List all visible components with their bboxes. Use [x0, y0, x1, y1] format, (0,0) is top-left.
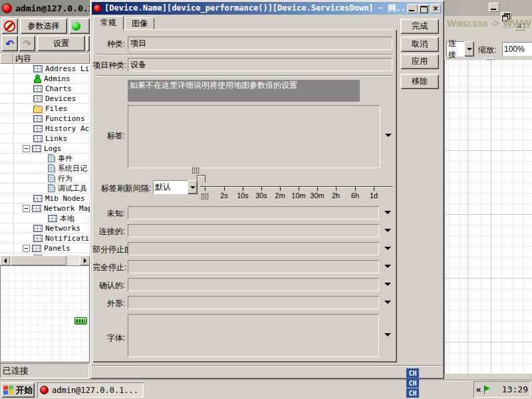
full-down-label: 完全停止: [92, 262, 125, 273]
tree-item-mib-nodes[interactable]: Mib Nodes [0, 194, 90, 203]
table-icon [32, 145, 41, 152]
chevron-down-icon[interactable] [384, 247, 391, 250]
dialog-titlebar[interactable]: [Device.Name][device_performance()][Devi… [92, 2, 442, 15]
refresh-slider-track[interactable] [200, 186, 393, 187]
remove-button[interactable]: 移除 [400, 74, 439, 89]
unknown-field[interactable] [128, 206, 379, 219]
chevron-down-icon[interactable] [384, 333, 391, 336]
param-select-button[interactable]: 参数选择 [20, 18, 67, 34]
cancel-button[interactable]: 取消 [400, 37, 439, 52]
label-field[interactable] [128, 105, 380, 168]
redo-button[interactable]: ↷ [19, 35, 35, 51]
tree-item-notifications[interactable]: Notificatio [0, 233, 90, 243]
tree-item-events[interactable]: 事件 [0, 154, 90, 164]
table-icon [33, 195, 43, 202]
tree-item-panels[interactable]: Panels [0, 243, 90, 253]
scroll-right-icon[interactable] [80, 255, 90, 265]
tree-item-logs[interactable]: Logs [0, 144, 90, 154]
close-icon[interactable]: × [430, 4, 441, 13]
ime-indicator[interactable]: CH [406, 378, 419, 388]
tree-item-links[interactable]: Links [0, 134, 90, 144]
tree-item-charts[interactable]: Charts [0, 84, 90, 94]
tab-image[interactable]: 图像 [125, 17, 154, 30]
main-window-title: admin@127.0.0.1 [15, 3, 93, 13]
no-entry-icon [4, 21, 15, 32]
ime-indicator[interactable]: CH [406, 388, 419, 398]
item-properties-dialog: [Device.Name][device_performance()][Devi… [90, 0, 444, 379]
table-icon [33, 95, 43, 102]
statusbar: 已连接 [0, 363, 89, 378]
disconnect-button[interactable] [1, 18, 18, 34]
tree-item-behavior[interactable]: 行为 [0, 174, 90, 184]
shape-field[interactable] [128, 296, 379, 309]
dialog-icon [93, 4, 102, 13]
tree-item-debug[interactable]: 调试工具 [0, 184, 90, 194]
partial-down-field[interactable] [128, 242, 379, 255]
zoom-label: 缩放: [478, 45, 496, 56]
minimize-icon[interactable] [407, 4, 418, 13]
redo-icon: ↷ [23, 39, 31, 49]
chevron-down-icon[interactable] [384, 265, 391, 268]
chevron-down-icon[interactable] [384, 283, 391, 286]
scrollbar-thumb[interactable] [11, 255, 66, 265]
tab-general[interactable]: 常规 [93, 16, 124, 30]
chevron-down-icon[interactable] [384, 211, 391, 214]
tree-item-syslog[interactable]: 系统日记 [0, 164, 90, 174]
slider-tick: 1d [360, 192, 387, 200]
minimize-icon[interactable] [489, 3, 499, 12]
chevron-down-icon[interactable] [384, 229, 391, 232]
acked-field[interactable] [128, 278, 379, 291]
full-down-field[interactable] [128, 260, 379, 273]
minimap-panel[interactable] [0, 265, 90, 362]
zoom-input[interactable]: 100% [502, 42, 532, 56]
chevron-down-icon[interactable] [385, 134, 392, 137]
tab-page-general: 种类: 项目 项目种类: 设备 如果不在这里详细说明将使用地图参数值的设置 标签… [92, 29, 397, 362]
connected-field[interactable] [128, 224, 379, 237]
tree-item-networks[interactable]: Networks [0, 223, 90, 233]
tree-item-local[interactable]: 本地 [0, 213, 90, 223]
device-icon[interactable] [74, 317, 87, 325]
undo-button[interactable]: ↶ [1, 35, 18, 51]
tree-item-history[interactable]: History Act [0, 124, 90, 134]
tree-item-admins[interactable]: Admins [0, 74, 90, 84]
tree-hscrollbar[interactable] [0, 255, 90, 265]
collapse-icon[interactable] [23, 145, 30, 152]
shape-label: 外形: [92, 298, 125, 309]
task-button-admin[interactable]: admin@127.0.0.1... [37, 382, 144, 398]
connect-combobox[interactable]: 连接 [446, 41, 474, 57]
tray-chevron-icon[interactable]: « [476, 384, 481, 394]
map-grid-area[interactable] [444, 60, 532, 374]
tree-item-functions[interactable]: Functions [0, 114, 90, 124]
item-kind-label: 项目种类: [92, 60, 125, 71]
font-label: 字体: [92, 332, 125, 344]
divider [96, 75, 393, 76]
chevron-down-icon[interactable] [464, 41, 474, 57]
done-button[interactable]: 完成 [400, 19, 439, 34]
start-button[interactable]: 开始 [1, 382, 35, 398]
collapse-icon[interactable] [23, 245, 30, 252]
status-button[interactable] [69, 18, 90, 34]
tree-item-files[interactable]: Files [0, 104, 90, 114]
collapse-icon[interactable] [23, 205, 30, 212]
tree-item-network-map[interactable]: Network Map [0, 203, 90, 213]
unknown-label: 未知: [92, 208, 125, 219]
zoom-value: 100% [504, 45, 525, 54]
chevron-down-icon[interactable] [384, 301, 391, 304]
dialog-title: [Device.Name][device_performance()][Devi… [104, 3, 407, 14]
map-window-link[interactable]: WWW [503, 17, 531, 29]
refresh-slider-thumb[interactable] [197, 175, 205, 186]
scroll-left-icon[interactable] [0, 255, 10, 265]
refresh-interval-value: 默认 [153, 182, 188, 193]
maximize-icon[interactable] [418, 4, 429, 13]
ime-indicator[interactable]: CH [406, 368, 419, 378]
kind-field: 项目 [128, 37, 392, 50]
apply-button[interactable]: 应用 [400, 54, 439, 69]
font-field[interactable] [128, 314, 379, 357]
green-flag-icon[interactable] [483, 386, 490, 394]
tree-item-address-list[interactable]: Address Lis [0, 64, 90, 74]
table-icon [33, 135, 43, 142]
refresh-interval-combobox[interactable]: 默认 [153, 180, 198, 194]
tray-clock: 13:29 [502, 384, 528, 394]
tree-item-devices[interactable]: Devices [0, 94, 90, 104]
settings-button[interactable]: 设置 [37, 35, 85, 51]
